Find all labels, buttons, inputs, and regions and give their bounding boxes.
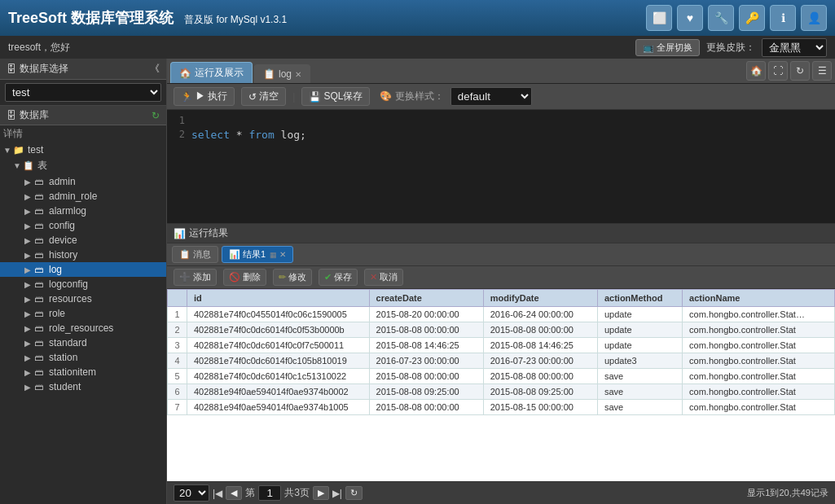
style-select[interactable]: default dark light bbox=[450, 87, 532, 106]
tree-item-role-resources[interactable]: ▶ 🗃 role_resources bbox=[0, 321, 166, 335]
cell-actionname: com.hongbo.controller.Stat bbox=[683, 322, 835, 338]
clear-button[interactable]: ↺ 清空 bbox=[241, 87, 286, 106]
right-tab-icons: 🏠 ⛶ ↻ ☰ bbox=[743, 59, 835, 83]
cancel-icon: ✕ bbox=[370, 272, 377, 283]
cell-actionmethod: update bbox=[597, 307, 682, 322]
col-rownum bbox=[168, 290, 187, 307]
table-row[interactable]: 6 402881e94f0ae594014f0ae9374b0002 2015-… bbox=[168, 384, 835, 400]
icon-heart[interactable]: ♥ bbox=[677, 5, 703, 31]
cell-actionmethod: update3 bbox=[597, 353, 682, 369]
cell-actionname: com.hongbo.controller.Stat bbox=[683, 338, 835, 353]
tree-tables-category[interactable]: ▼ 📋 表 bbox=[0, 157, 166, 174]
expand-icon: ▶ bbox=[24, 324, 34, 333]
delete-button[interactable]: 🚫 删除 bbox=[223, 269, 266, 286]
tree-item-history[interactable]: ▶ 🗃 history bbox=[0, 248, 166, 262]
cell-rownum: 5 bbox=[168, 369, 187, 384]
modify-button[interactable]: ✏ 修改 bbox=[273, 269, 312, 286]
col-createdate: createDate bbox=[369, 290, 483, 307]
next-page-button[interactable]: ▶ bbox=[313, 486, 329, 500]
cell-actionname: com.hongbo.controller.Stat bbox=[683, 369, 835, 384]
table-icon: 🗃 bbox=[34, 250, 47, 260]
refresh-icon[interactable]: ↻ bbox=[152, 110, 160, 121]
tab-log[interactable]: 📋 log ✕ bbox=[254, 64, 310, 83]
tree-item-station[interactable]: ▶ 🗃 station bbox=[0, 350, 166, 365]
user-greeting: treesoft，您好 bbox=[8, 41, 70, 55]
icon-key[interactable]: 🔑 bbox=[739, 5, 765, 31]
table-row[interactable]: 7 402881e94f0ae594014f0ae9374b1005 2015-… bbox=[168, 400, 835, 415]
table-row[interactable]: 2 402881e74f0c0dc6014f0c0f53b0000b 2015-… bbox=[168, 322, 835, 338]
tree-item-role[interactable]: ▶ 🗃 role bbox=[0, 306, 166, 321]
db-selector-header: 🗄 数据库选择 《 bbox=[0, 59, 166, 80]
sql-save-button[interactable]: 💾 SQL保存 bbox=[301, 87, 370, 106]
top-icons: ⬜ ♥ 🔧 🔑 ℹ 👤 bbox=[646, 5, 827, 31]
tree-item-admin-role[interactable]: ▶ 🗃 admin_role bbox=[0, 189, 166, 204]
table-row[interactable]: 4 402881e74f0c0dc6014f0c105b810019 2016-… bbox=[168, 353, 835, 369]
fullscreen-icon-btn[interactable]: ⛶ bbox=[768, 61, 788, 81]
execute-button[interactable]: 🏃 ▶ 执行 bbox=[174, 87, 235, 106]
tree-item-admin[interactable]: ▶ 🗃 admin bbox=[0, 174, 166, 189]
page-number-input[interactable] bbox=[258, 485, 281, 501]
cell-modifydate: 2015-08-08 14:46:25 bbox=[483, 338, 597, 353]
tree-item-standard[interactable]: ▶ 🗃 standard bbox=[0, 335, 166, 350]
tab-close-result-icon[interactable]: ✕ bbox=[279, 250, 286, 259]
sql-toolbar: 🏃 ▶ 执行 ↺ 清空 | 💾 SQL保存 🎨 更换样式： default da… bbox=[167, 84, 835, 110]
left-panel: 🗄 数据库选择 《 test 🗄 数据库 ↻ 详情 ▼ 📁 bbox=[0, 59, 167, 504]
cell-actionname: com.hongbo.controller.Stat bbox=[683, 384, 835, 400]
db-selector-label: 数据库选择 bbox=[20, 62, 68, 76]
page-size-select[interactable]: 20 50 100 bbox=[174, 484, 209, 502]
save-result-button[interactable]: ✔ 保存 bbox=[319, 269, 358, 286]
main-layout: 🗄 数据库选择 《 test 🗄 数据库 ↻ 详情 ▼ 📁 bbox=[0, 59, 835, 504]
tab-result1[interactable]: 📊 结果1 ▦ ✕ bbox=[222, 246, 293, 263]
tree-item-device[interactable]: ▶ 🗃 device bbox=[0, 233, 166, 248]
cell-actionmethod: update bbox=[597, 338, 682, 353]
tree-item-stationitem[interactable]: ▶ 🗃 stationitem bbox=[0, 365, 166, 379]
collapse-icon[interactable]: 《 bbox=[150, 62, 160, 76]
icon-user[interactable]: 👤 bbox=[801, 5, 827, 31]
cell-id: 402881e94f0ae594014f0ae9374b0002 bbox=[187, 384, 370, 400]
tree-item-log[interactable]: ▶ 🗃 log bbox=[0, 262, 166, 277]
icon-square[interactable]: ⬜ bbox=[646, 5, 672, 31]
db-select[interactable]: test bbox=[5, 83, 161, 102]
table-icon: 🗃 bbox=[34, 206, 47, 216]
cell-createdate: 2015-08-20 00:00:00 bbox=[369, 307, 483, 322]
icon-info[interactable]: ℹ bbox=[770, 5, 796, 31]
skin-select[interactable]: 金黑黑 bbox=[762, 38, 827, 57]
database-section-header: 🗄 数据库 ↻ bbox=[0, 106, 166, 125]
tree-item-config[interactable]: ▶ 🗃 config bbox=[0, 218, 166, 233]
table-row[interactable]: 5 402881e74f0c0dc6014f0c1c51310022 2015-… bbox=[168, 369, 835, 384]
tree-item-student[interactable]: ▶ 🗃 student bbox=[0, 379, 166, 394]
tab-run-display[interactable]: 🏠 运行及展示 bbox=[170, 62, 253, 83]
table-row[interactable]: 3 402881e74f0c0dc6014f0c0f7c500011 2015-… bbox=[168, 338, 835, 353]
skin-label: 更换皮肤： bbox=[706, 41, 755, 55]
cell-id: 402881e74f0c0455014f0c06c1590005 bbox=[187, 307, 370, 322]
tree-item-resources[interactable]: ▶ 🗃 resources bbox=[0, 291, 166, 306]
expand-icon: ▶ bbox=[24, 251, 34, 260]
db-icon: 🗄 bbox=[7, 64, 16, 75]
cell-id: 402881e74f0c0dc6014f0c1c51310022 bbox=[187, 369, 370, 384]
cell-createdate: 2016-07-23 00:00:00 bbox=[369, 353, 483, 369]
tab-close-icon[interactable]: ✕ bbox=[295, 70, 301, 79]
home-icon-btn[interactable]: 🏠 bbox=[746, 61, 766, 81]
tree-item-logconfig[interactable]: ▶ 🗃 logconfig bbox=[0, 277, 166, 291]
right-panel: 🏠 运行及展示 📋 log ✕ 🏠 ⛶ ↻ ☰ 🏃 ▶ 执行 bbox=[167, 59, 835, 504]
menu-bar: treesoft，您好 📺 全屏切换 更换皮肤： 金黑黑 bbox=[0, 36, 835, 59]
cell-modifydate: 2015-08-08 09:25:00 bbox=[483, 384, 597, 400]
prev-page-button[interactable]: ◀ bbox=[226, 486, 242, 500]
cancel-button[interactable]: ✕ 取消 bbox=[364, 269, 403, 286]
table-row[interactable]: 1 402881e74f0c0455014f0c06c1590005 2015-… bbox=[168, 307, 835, 322]
tree-item-alarmlog[interactable]: ▶ 🗃 alarmlog bbox=[0, 204, 166, 218]
cell-actionmethod: save bbox=[597, 400, 682, 415]
table-icon: 📋 bbox=[23, 160, 36, 171]
fullscreen-button[interactable]: 📺 全屏切换 bbox=[635, 39, 700, 56]
cell-modifydate: 2016-06-24 00:00:00 bbox=[483, 307, 597, 322]
icon-tools[interactable]: 🔧 bbox=[708, 5, 734, 31]
add-button[interactable]: ➕ 添加 bbox=[174, 269, 217, 286]
cell-rownum: 2 bbox=[168, 322, 187, 338]
more-icon-btn[interactable]: ☰ bbox=[812, 61, 832, 81]
refresh-data-button[interactable]: ↻ bbox=[345, 486, 363, 500]
sql-editor[interactable]: 1 2 select * from log; bbox=[167, 110, 835, 224]
refresh-icon-btn[interactable]: ↻ bbox=[790, 61, 810, 81]
tree-root[interactable]: ▼ 📁 test bbox=[0, 142, 166, 157]
table-header-row: id createDate modifyDate actionMethod ac… bbox=[168, 290, 835, 307]
tab-message[interactable]: 📋 消息 bbox=[172, 246, 218, 263]
